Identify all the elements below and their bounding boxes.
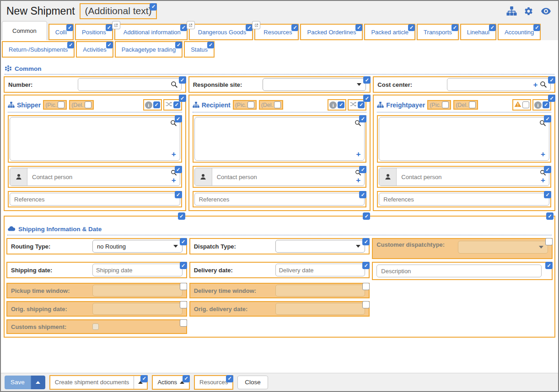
tab-return-subshipments[interactable]: Return-/Subshipments (2, 41, 75, 58)
references-checkbox[interactable] (544, 191, 551, 198)
references-checkbox[interactable] (175, 191, 182, 198)
orig-delivery-date-checkbox[interactable] (362, 301, 370, 308)
cost-center-checkbox[interactable] (548, 76, 555, 84)
save-button[interactable]: Save (5, 376, 45, 389)
add-icon[interactable]: + (172, 176, 176, 184)
delivery-address-toggle[interactable]: (Del. (453, 100, 478, 110)
swap-checkbox[interactable] (173, 101, 180, 108)
tab-linehaul[interactable]: Linehaul (460, 24, 496, 40)
references-input[interactable] (194, 193, 365, 206)
info-checkbox[interactable] (153, 101, 160, 108)
tab-activities[interactable]: Activities (76, 41, 113, 58)
popout-icon[interactable] (112, 21, 120, 29)
tab-checkbox[interactable] (106, 24, 113, 31)
contact-checkbox[interactable] (359, 166, 366, 173)
tab-checkbox[interactable] (452, 24, 458, 31)
tab-resources[interactable]: Resources (254, 24, 299, 40)
delivery-date-checkbox[interactable] (362, 262, 370, 269)
tab-additional-information[interactable]: Additional information (114, 24, 188, 40)
contact-person-input[interactable] (27, 168, 171, 185)
search-icon[interactable] (540, 81, 547, 88)
tab-checkbox[interactable] (106, 42, 113, 48)
popout-icon[interactable] (187, 21, 195, 29)
contact-person-input[interactable] (212, 168, 355, 185)
pickup-address-toggle[interactable]: (Pic. (43, 100, 67, 110)
gear-icon[interactable] (524, 6, 533, 16)
dispatch-type-select[interactable] (275, 240, 366, 253)
create-shipment-documents-button[interactable]: Create shipment documents (49, 375, 148, 390)
delivery-time-window-checkbox[interactable] (362, 283, 370, 290)
column-checkbox[interactable] (178, 212, 185, 220)
contact-checkbox[interactable] (544, 166, 551, 173)
customs-shipment-checkbox[interactable] (180, 319, 187, 327)
panel-checkbox[interactable] (179, 95, 186, 102)
tab-common[interactable]: Common (2, 21, 47, 40)
address-checkbox[interactable] (544, 115, 551, 122)
info-checkbox[interactable] (543, 101, 549, 108)
address-input[interactable]: + (10, 117, 180, 161)
add-icon[interactable]: + (541, 150, 545, 158)
pic-checkbox[interactable] (247, 101, 254, 108)
del-checkbox[interactable] (85, 101, 91, 108)
number-input[interactable] (81, 81, 171, 88)
tab-checkbox[interactable] (207, 42, 214, 48)
delivery-address-toggle[interactable]: (Del. (69, 100, 93, 110)
tab-checkbox[interactable] (355, 24, 362, 31)
references-input[interactable] (10, 193, 180, 206)
column-checkbox[interactable] (363, 212, 370, 220)
dispatch-type-checkbox[interactable] (362, 238, 370, 245)
shipping-date-checkbox[interactable] (180, 262, 187, 269)
save-label[interactable]: Save (5, 376, 31, 389)
responsible-site-checkbox[interactable] (363, 76, 371, 84)
panel-checkbox[interactable] (548, 95, 555, 102)
add-icon[interactable]: + (541, 176, 545, 184)
tab-checkbox[interactable] (291, 24, 298, 31)
info-icon[interactable] (145, 101, 152, 109)
tab-dangerous-goods[interactable]: Dangerous Goods (189, 24, 253, 40)
tab-checkbox[interactable] (533, 24, 540, 31)
description-checkbox[interactable] (545, 262, 553, 269)
description-input[interactable] (376, 265, 542, 277)
additional-text-field[interactable]: (Additional text) (80, 3, 157, 19)
info-icon[interactable] (534, 101, 542, 109)
tab-checkbox[interactable] (66, 24, 73, 31)
add-icon[interactable]: + (172, 150, 176, 158)
pickup-address-toggle[interactable]: (Pic. (427, 100, 451, 110)
hierarchy-icon[interactable] (506, 6, 517, 16)
search-icon[interactable] (171, 81, 178, 88)
routing-type-select[interactable]: no Routing (92, 240, 183, 253)
swap-icon[interactable] (349, 101, 357, 109)
pic-checkbox[interactable] (58, 101, 64, 108)
address-input[interactable]: + (194, 117, 365, 161)
tab-status[interactable]: Status (184, 41, 215, 58)
tab-accounting[interactable]: Accounting (498, 24, 541, 40)
info-icon[interactable] (329, 101, 337, 109)
responsible-site-select[interactable] (263, 78, 366, 91)
del-checkbox[interactable] (469, 101, 476, 108)
tab-checkbox[interactable] (180, 24, 187, 31)
create-documents-checkbox[interactable] (140, 375, 148, 382)
tab-checkbox[interactable] (489, 24, 496, 31)
actions-button[interactable]: Actions (152, 375, 190, 390)
address-checkbox[interactable] (175, 115, 182, 122)
delivery-date-input[interactable] (279, 267, 362, 274)
add-icon[interactable]: + (356, 176, 360, 184)
additional-text-checkbox[interactable] (150, 3, 157, 11)
close-button[interactable]: Close (237, 376, 268, 389)
routing-type-checkbox[interactable] (180, 238, 187, 245)
tab-colli[interactable]: Colli (48, 24, 74, 40)
contact-person-input[interactable] (397, 168, 540, 185)
delivery-address-toggle[interactable]: (Del. (259, 100, 283, 110)
references-input[interactable] (379, 193, 549, 206)
contact-checkbox[interactable] (175, 166, 182, 173)
resources-checkbox[interactable] (226, 375, 233, 382)
pickup-address-toggle[interactable]: (Pic. (233, 100, 257, 110)
tab-packed-orderlines[interactable]: Packed Orderlines (300, 24, 363, 40)
swap-icon[interactable] (165, 101, 172, 109)
add-icon[interactable]: + (533, 81, 538, 89)
del-checkbox[interactable] (274, 101, 281, 108)
panel-checkbox[interactable] (363, 95, 371, 102)
pic-checkbox[interactable] (442, 101, 449, 108)
eye-icon[interactable] (540, 5, 552, 17)
resources-button[interactable]: Resources (194, 375, 233, 390)
